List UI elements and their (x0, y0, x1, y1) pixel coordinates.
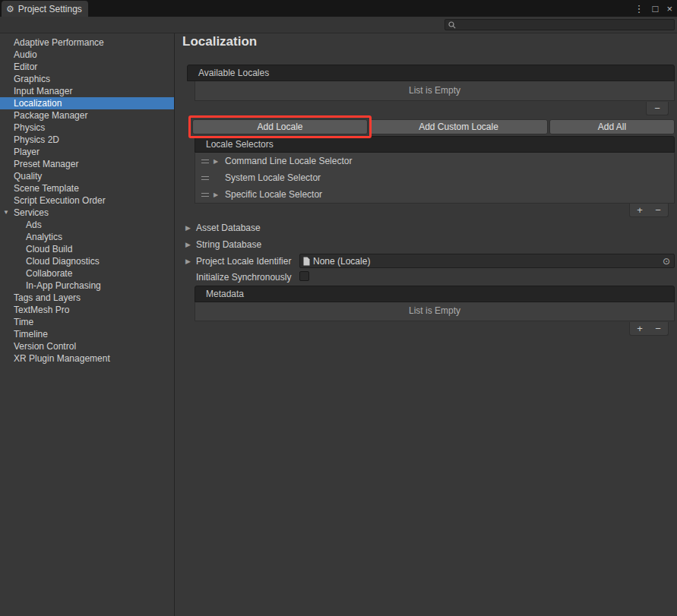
object-field-value: None (Locale) (313, 255, 657, 267)
foldout-icon: ▶ (185, 257, 192, 265)
window-controls: ⋮ □ × (634, 0, 672, 17)
locale-selector-row[interactable]: ▶Command Line Locale Selector (195, 153, 674, 169)
toolbar (0, 17, 677, 33)
sidebar-item-label: XR Plugin Management (14, 353, 110, 364)
sidebar-item-label: Input Manager (14, 86, 72, 96)
sidebar-item-label: Version Control (14, 341, 76, 352)
sidebar-item-label: Physics (14, 122, 45, 133)
search-input[interactable] (459, 21, 671, 30)
foldout-icon: ▶ (185, 241, 192, 248)
sidebar-item-textmesh-pro[interactable]: TextMesh Pro (0, 304, 174, 316)
sidebar-item-version-control[interactable]: Version Control (0, 340, 174, 352)
sidebar-item-label: Package Manager (14, 110, 87, 121)
sidebar-item-label: Graphics (14, 74, 50, 84)
object-picker-icon[interactable]: ⊙ (660, 256, 672, 267)
asset-database-label: Asset Database (196, 223, 261, 233)
sidebar-item-label: Timeline (14, 329, 48, 340)
add-locale-button[interactable]: Add Locale (192, 119, 368, 134)
foldout-icon[interactable]: ▶ (214, 191, 220, 198)
sidebar-item-quality[interactable]: Quality (0, 170, 174, 182)
sidebar-item-localization[interactable]: Localization (0, 97, 174, 109)
sidebar-item-label: Tags and Layers (14, 292, 81, 303)
tab-project-settings[interactable]: ⚙ Project Settings (2, 1, 88, 17)
string-database-label: String Database (196, 239, 261, 250)
foldout-icon[interactable]: ▶ (214, 158, 220, 165)
sidebar-item-label: Audio (14, 49, 37, 60)
metadata-list: List is Empty (195, 302, 675, 321)
sidebar-item-collaborate[interactable]: Collaborate (0, 267, 174, 280)
add-selector-button[interactable]: + (631, 204, 649, 216)
sidebar-item-label: Localization (14, 98, 62, 109)
locale-selectors-list: ▶Command Line Locale SelectorSystem Loca… (195, 153, 675, 204)
sidebar-item-label: Cloud Diagnostics (26, 256, 100, 267)
sidebar-list: Adaptive PerformanceAudioEditorGraphicsI… (0, 33, 175, 616)
sidebar-item-script-execution-order[interactable]: Script Execution Order (0, 194, 174, 207)
string-database-foldout[interactable]: ▶ String Database (176, 237, 261, 251)
main-panel: Localization Available Locales List is E… (176, 33, 677, 616)
metadata-footer: + − (629, 322, 669, 336)
sidebar-item-physics-2d[interactable]: Physics 2D (0, 134, 174, 146)
locale-selector-row[interactable]: ▶Specific Locale Selector (195, 186, 674, 203)
sidebar-item-label: Services (14, 207, 49, 218)
project-locale-identifier-label: Project Locale Identifier (196, 256, 291, 267)
sidebar-item-label: Ads (26, 220, 42, 230)
sidebar-item-graphics[interactable]: Graphics (0, 73, 174, 85)
initialize-synchronously-checkbox[interactable] (299, 271, 309, 281)
sidebar-item-label: Player (14, 147, 40, 157)
project-locale-identifier-foldout[interactable]: ▶ Project Locale Identifier (176, 254, 291, 268)
sidebar-item-audio[interactable]: Audio (0, 49, 174, 61)
sidebar-item-ads[interactable]: Ads (0, 219, 174, 231)
sidebar-item-input-manager[interactable]: Input Manager (0, 85, 174, 97)
sidebar-item-package-manager[interactable]: Package Manager (0, 109, 174, 122)
locale-selectors-footer: + − (629, 204, 669, 217)
sidebar-item-tags-and-layers[interactable]: Tags and Layers (0, 292, 174, 304)
sidebar-item-label: Script Execution Order (14, 195, 106, 206)
sidebar-item-cloud-diagnostics[interactable]: Cloud Diagnostics (0, 255, 174, 267)
project-locale-identifier-field[interactable]: None (Locale) ⊙ (299, 254, 675, 268)
available-locales-list: List is Empty (195, 81, 675, 101)
sidebar-item-timeline[interactable]: Timeline (0, 328, 174, 340)
maximize-icon[interactable]: □ (653, 3, 659, 14)
available-locales-footer: − (646, 102, 669, 115)
sidebar-item-cloud-build[interactable]: Cloud Build (0, 243, 174, 255)
sidebar-item-in-app-purchasing[interactable]: In-App Purchasing (0, 280, 174, 292)
sidebar-item-label: Physics 2D (14, 134, 59, 145)
sidebar-item-label: TextMesh Pro (14, 305, 69, 315)
remove-selector-button[interactable]: − (649, 204, 667, 216)
sidebar-item-editor[interactable]: Editor (0, 61, 174, 73)
search-field[interactable] (444, 19, 675, 30)
sidebar-item-services[interactable]: ▼Services (0, 207, 174, 219)
window-title: Project Settings (18, 4, 82, 14)
remove-locale-button[interactable]: − (648, 103, 666, 114)
object-icon (303, 257, 310, 266)
sidebar-item-xr-plugin-management[interactable]: XR Plugin Management (0, 352, 174, 365)
drag-handle-icon[interactable] (201, 193, 209, 197)
sidebar-item-label: Preset Manager (14, 159, 78, 169)
sidebar-item-label: Analytics (26, 232, 62, 242)
sidebar-item-time[interactable]: Time (0, 316, 174, 328)
add-custom-locale-button[interactable]: Add Custom Locale (369, 119, 548, 134)
drag-handle-icon[interactable] (201, 160, 209, 163)
remove-metadata-button[interactable]: − (649, 323, 667, 334)
sidebar-item-label: Quality (14, 171, 42, 182)
available-locales-header: Available Locales (187, 65, 675, 81)
sidebar-item-analytics[interactable]: Analytics (0, 231, 174, 243)
sidebar-item-preset-manager[interactable]: Preset Manager (0, 158, 174, 170)
menu-icon[interactable]: ⋮ (634, 3, 644, 14)
titlebar: ⚙ Project Settings ⋮ □ × (0, 0, 677, 17)
locale-selector-row[interactable]: System Locale Selector (195, 169, 674, 186)
foldout-icon: ▶ (185, 224, 192, 232)
sidebar-item-player[interactable]: Player (0, 146, 174, 158)
sidebar-item-physics[interactable]: Physics (0, 122, 174, 134)
sidebar-item-adaptive-performance[interactable]: Adaptive Performance (0, 36, 174, 49)
asset-database-foldout[interactable]: ▶ Asset Database (176, 220, 261, 235)
drag-handle-icon[interactable] (201, 176, 209, 180)
close-icon[interactable]: × (666, 3, 672, 14)
sidebar-item-scene-template[interactable]: Scene Template (0, 182, 174, 194)
sidebar-item-label: Adaptive Performance (14, 37, 104, 48)
sidebar-item-label: In-App Purchasing (26, 280, 101, 291)
add-all-button[interactable]: Add All (549, 119, 675, 134)
search-icon (448, 21, 456, 29)
add-metadata-button[interactable]: + (631, 323, 649, 334)
foldout-icon[interactable]: ▼ (3, 207, 11, 219)
